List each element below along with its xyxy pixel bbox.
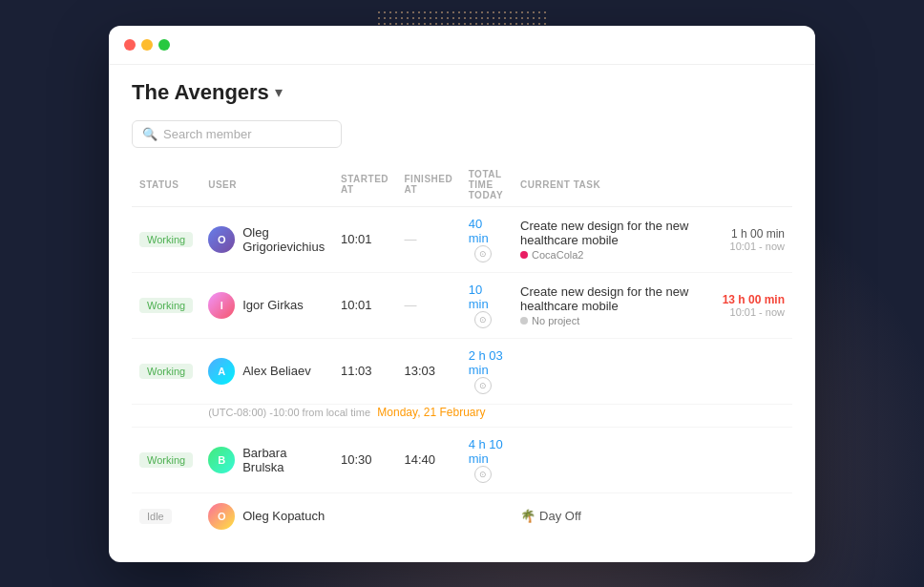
clock-icon[interactable]: ⊙ xyxy=(474,311,492,328)
user-name: Oleg Grigorievichius xyxy=(242,225,326,254)
col-task: CURRENT TASK xyxy=(513,163,706,207)
project-name: No project xyxy=(532,315,579,326)
total-time-value: 10 min xyxy=(469,283,489,311)
time-right-cell: 1 h 00 min10:01 - now xyxy=(706,206,792,272)
status-badge: Working xyxy=(139,452,193,468)
user-cell: OOleg Grigorievichius xyxy=(200,206,333,272)
avatar: B xyxy=(208,447,235,473)
table-row: IdleOOleg Kopatuch🌴Day Off xyxy=(132,493,792,539)
task-name: Create new design for the new healthcare… xyxy=(520,219,699,247)
time-right-value: 13 h 00 min xyxy=(714,293,785,306)
avatar: A xyxy=(208,358,235,385)
col-started: STARTED AT xyxy=(333,163,396,207)
finished-cell: 13:03 xyxy=(397,338,461,404)
total-time-cell: 10 min⊙ xyxy=(461,272,513,338)
time-right-cell xyxy=(706,338,792,404)
day-off: 🌴Day Off xyxy=(520,509,699,523)
task-cell: Create new design for the new healthcare… xyxy=(513,206,706,272)
status-cell: Working xyxy=(132,206,200,272)
dash-icon: — xyxy=(405,232,417,246)
time-right-cell xyxy=(706,493,792,539)
table-body: WorkingOOleg Grigorievichius10:01—40 min… xyxy=(132,206,792,539)
user-cell: BBarbara Brulska xyxy=(200,427,333,493)
time-range: 10:01 - now xyxy=(714,241,785,252)
clock-icon[interactable]: ⊙ xyxy=(474,245,492,262)
user-name: Oleg Kopatuch xyxy=(242,509,325,523)
col-status: STATUS xyxy=(132,163,200,207)
table-row: WorkingAAlex Beliaev11:0313:032 h 03 min… xyxy=(132,338,792,404)
started-cell: 10:01 xyxy=(333,272,396,338)
project-dot xyxy=(520,317,528,325)
started-cell: 10:30 xyxy=(333,427,396,493)
user-cell: AAlex Beliaev xyxy=(200,338,333,404)
title-bar xyxy=(109,26,815,65)
members-table: STATUS USER STARTED AT FINISHED AT TOTAL… xyxy=(132,163,792,539)
search-icon: 🔍 xyxy=(142,127,158,141)
status-cell: Working xyxy=(132,427,200,493)
search-input-wrapper[interactable]: 🔍 xyxy=(132,120,342,148)
col-total: TOTAL TIME TODAY xyxy=(461,163,513,207)
avatar: I xyxy=(208,292,235,319)
time-right-cell: 13 h 00 min10:01 - now xyxy=(706,272,792,338)
user-name: Igor Girkas xyxy=(242,298,304,312)
avatar: O xyxy=(208,503,235,530)
chevron-down-icon[interactable]: ▾ xyxy=(275,83,283,101)
total-time-cell: 40 min⊙ xyxy=(461,206,513,272)
search-bar: 🔍 xyxy=(132,120,792,148)
timezone-cell: (UTC-08:00) -10:00 from local time Monda… xyxy=(200,404,792,427)
col-user: USER xyxy=(200,163,333,207)
clock-icon[interactable]: ⊙ xyxy=(474,466,492,483)
status-cell: Working xyxy=(132,338,200,404)
table-row: WorkingIIgor Girkas10:01—10 min⊙Create n… xyxy=(132,272,792,338)
started-cell: 11:03 xyxy=(333,338,396,404)
clock-icon[interactable]: ⊙ xyxy=(474,377,492,394)
dash-icon: — xyxy=(405,298,417,312)
user-cell: OOleg Kopatuch xyxy=(200,493,333,539)
status-badge: Working xyxy=(139,364,193,379)
task-cell xyxy=(513,427,706,493)
status-badge: Working xyxy=(139,298,193,313)
app-window: The Avengers ▾ 🔍 STATUS USER STARTED AT … xyxy=(109,26,815,562)
task-name: Create new design for the new healthcare… xyxy=(520,284,699,313)
time-right-value: 1 h 00 min xyxy=(714,227,785,241)
finished-cell xyxy=(397,493,461,539)
project-dot xyxy=(520,251,528,259)
total-time-cell xyxy=(461,493,513,539)
fullscreen-button[interactable] xyxy=(158,39,170,51)
main-content: The Avengers ▾ 🔍 STATUS USER STARTED AT … xyxy=(109,65,815,562)
day-off-label: Day Off xyxy=(539,509,581,523)
traffic-lights xyxy=(124,39,170,51)
search-input[interactable] xyxy=(163,127,331,141)
day-off-icon: 🌴 xyxy=(520,509,536,523)
user-cell: IIgor Girkas xyxy=(200,272,333,338)
close-button[interactable] xyxy=(124,39,136,51)
table-row: WorkingBBarbara Brulska10:3014:404 h 10 … xyxy=(132,427,792,493)
time-range: 10:01 - now xyxy=(714,306,785,318)
minimize-button[interactable] xyxy=(141,39,153,51)
table-row: WorkingOOleg Grigorievichius10:01—40 min… xyxy=(132,206,792,272)
total-time-cell: 2 h 03 min⊙ xyxy=(461,338,513,404)
time-right-cell xyxy=(706,427,792,493)
timezone-note: (UTC-08:00) -10:00 from local time xyxy=(208,407,370,418)
status-badge: Idle xyxy=(139,509,172,524)
user-name: Barbara Brulska xyxy=(242,446,326,474)
status-badge: Working xyxy=(139,232,193,247)
page-title: The Avengers xyxy=(132,80,269,105)
date-label: Monday, 21 February xyxy=(377,406,485,419)
total-time-value: 4 h 10 min xyxy=(469,437,503,466)
finished-cell: — xyxy=(397,206,461,272)
finished-cell: — xyxy=(397,272,461,338)
page-header: The Avengers ▾ xyxy=(132,80,792,105)
user-name: Alex Beliaev xyxy=(242,364,311,378)
total-time-value: 2 h 03 min xyxy=(469,348,503,377)
col-finished: FINISHED AT xyxy=(397,163,461,207)
finished-cell: 14:40 xyxy=(397,427,461,493)
status-cell: Idle xyxy=(132,493,200,539)
task-cell: Create new design for the new healthcare… xyxy=(513,272,706,338)
status-cell: Working xyxy=(132,272,200,338)
table-row-extra: (UTC-08:00) -10:00 from local time Monda… xyxy=(132,404,792,427)
col-time-right xyxy=(706,163,792,207)
total-time-cell: 4 h 10 min⊙ xyxy=(461,427,513,493)
started-cell xyxy=(333,493,396,539)
total-time-value: 40 min xyxy=(469,217,489,245)
